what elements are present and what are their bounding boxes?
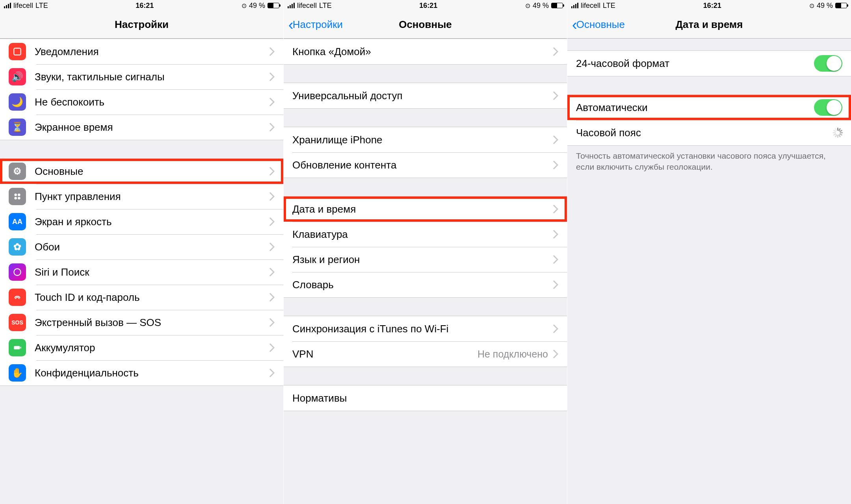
row-regulatory[interactable]: Нормативы (284, 385, 567, 411)
spinner-icon (832, 128, 842, 138)
screen-general: lifecell LTE 16:21 ⊙ 49 % ‹ Настройки Ос… (284, 0, 567, 504)
battery-icon (551, 3, 563, 8)
status-time: 16:21 (419, 2, 437, 10)
row-value: Не подключено (478, 348, 548, 360)
chevron-right-icon (269, 167, 275, 176)
svg-point-1 (14, 193, 17, 196)
chevron-right-icon (553, 204, 558, 214)
row-touchid[interactable]: Touch ID и код-пароль (0, 285, 283, 310)
row-label: Кнопка «Домой» (292, 46, 553, 58)
chevron-right-icon (269, 217, 275, 226)
chevron-right-icon (553, 255, 558, 264)
row-wallpaper[interactable]: ✿ Обои (0, 234, 283, 259)
status-time: 16:21 (703, 2, 721, 10)
row-auto[interactable]: Автоматически (567, 95, 851, 120)
row-control-center[interactable]: Пункт управления (0, 184, 283, 209)
row-screen-time[interactable]: ⏳ Экранное время (0, 115, 283, 140)
status-bar: lifecell LTE 16:21 ⊙ 49 % (0, 0, 283, 11)
row-sos[interactable]: SOS Экстренный вызов — SOS (0, 310, 283, 335)
page-title: Настройки (0, 19, 283, 31)
row-date-time[interactable]: Дата и время (284, 196, 567, 222)
row-background-refresh[interactable]: Обновление контента (284, 152, 567, 178)
row-label: Часовой пояс (576, 127, 832, 139)
alarm-icon: ⊙ (525, 2, 530, 9)
back-button[interactable]: ‹ Настройки (288, 17, 343, 32)
network-label: LTE (35, 2, 48, 10)
screen-settings: lifecell LTE 16:21 ⊙ 49 % Настройки Увед… (0, 0, 284, 504)
row-home-button[interactable]: Кнопка «Домой» (284, 39, 567, 64)
row-accessibility[interactable]: Универсальный доступ (284, 83, 567, 108)
chevron-right-icon (553, 324, 558, 334)
row-sounds[interactable]: 🔊 Звуки, тактильные сигналы (0, 64, 283, 89)
row-language[interactable]: Язык и регион (284, 247, 567, 272)
row-keyboard[interactable]: Клавиатура (284, 222, 567, 247)
row-display[interactable]: AA Экран и яркость (0, 209, 283, 234)
chevron-right-icon (269, 72, 275, 82)
chevron-right-icon (553, 349, 558, 359)
svg-point-3 (14, 197, 17, 200)
chevron-right-icon (553, 160, 558, 170)
battery-pct: 49 % (533, 2, 549, 10)
row-label: 24-часовой формат (576, 57, 814, 70)
row-label: Экран и яркость (35, 216, 269, 228)
status-time: 16:21 (136, 2, 154, 10)
svg-point-4 (18, 197, 20, 200)
row-label: Обои (35, 241, 269, 253)
chevron-right-icon (269, 368, 275, 378)
chevron-right-icon (269, 267, 275, 277)
back-label: Основные (576, 19, 625, 31)
row-dictionary[interactable]: Словарь (284, 272, 567, 297)
row-label: Siri и Поиск (35, 266, 269, 278)
general-icon: ⚙ (9, 163, 26, 180)
row-label: Язык и регион (292, 254, 553, 266)
dnd-icon: 🌙 (9, 93, 26, 111)
nav-bar: ‹ Основные Дата и время (567, 11, 851, 39)
status-bar: lifecell LTE 16:21 ⊙ 49 % (284, 0, 567, 11)
row-do-not-disturb[interactable]: 🌙 Не беспокоить (0, 89, 283, 115)
chevron-right-icon (553, 47, 558, 56)
battery-row-icon (9, 339, 26, 356)
row-label: Аккумулятор (35, 342, 269, 354)
row-timezone[interactable]: Часовой пояс (567, 120, 851, 145)
chevron-right-icon (269, 122, 275, 132)
screen-date-time: lifecell LTE 16:21 ⊙ 49 % ‹ Основные Дат… (567, 0, 851, 504)
screentime-icon: ⏳ (9, 119, 26, 136)
row-label: Словарь (292, 279, 553, 291)
carrier-label: lifecell (297, 2, 317, 10)
chevron-right-icon (269, 97, 275, 107)
row-label: Не беспокоить (35, 96, 269, 108)
switch-auto[interactable] (814, 99, 842, 116)
row-notifications[interactable]: Уведомления (0, 39, 283, 64)
svg-rect-0 (14, 48, 20, 55)
back-label: Настройки (293, 19, 343, 31)
touchid-icon (9, 289, 26, 306)
network-label: LTE (319, 2, 332, 10)
carrier-label: lifecell (581, 2, 600, 10)
switch-24hour[interactable] (814, 55, 842, 72)
row-label: Основные (35, 165, 269, 178)
control-center-icon (9, 188, 26, 205)
nav-bar: Настройки (0, 11, 283, 39)
chevron-right-icon (553, 135, 558, 145)
row-siri[interactable]: Siri и Поиск (0, 259, 283, 285)
sos-icon: SOS (9, 314, 26, 331)
row-24hour[interactable]: 24-часовой формат (567, 51, 851, 76)
row-vpn[interactable]: VPN Не подключено (284, 341, 567, 367)
footer-note: Точность автоматической установки часово… (567, 146, 851, 178)
row-storage[interactable]: Хранилище iPhone (284, 127, 567, 152)
row-label: Универсальный доступ (292, 90, 553, 102)
battery-pct: 49 % (817, 2, 833, 10)
back-button[interactable]: ‹ Основные (572, 17, 625, 32)
row-battery[interactable]: Аккумулятор (0, 335, 283, 360)
chevron-right-icon (553, 230, 558, 239)
privacy-icon: ✋ (9, 364, 26, 382)
signal-icon (288, 3, 295, 8)
row-itunes-wifi[interactable]: Синхронизация с iTunes по Wi-Fi (284, 316, 567, 341)
chevron-right-icon (269, 192, 275, 201)
row-label: Пункт управления (35, 191, 269, 203)
row-label: Уведомления (35, 46, 269, 58)
row-privacy[interactable]: ✋ Конфиденциальность (0, 360, 283, 385)
chevron-right-icon (269, 318, 275, 327)
row-general[interactable]: ⚙ Основные (0, 159, 283, 184)
siri-icon (9, 263, 26, 281)
